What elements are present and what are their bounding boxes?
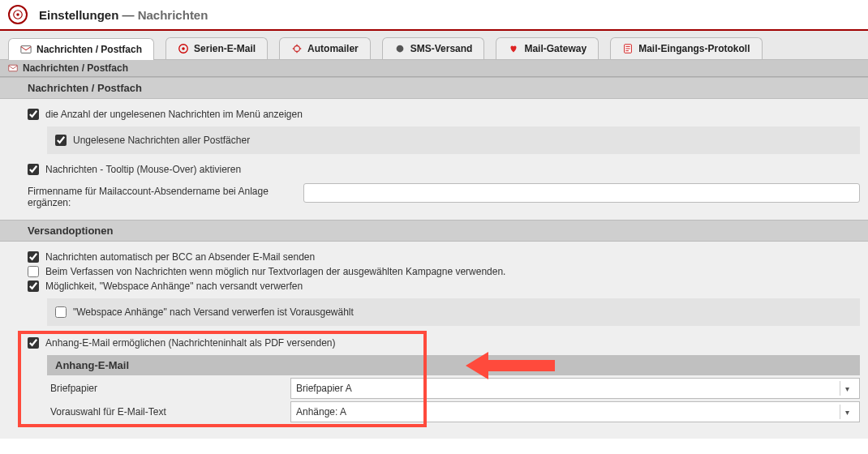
main-tabbar: Nachrichten / Postfach Serien-E-Mail Aut… <box>0 31 868 60</box>
opt-bcc-label: Nachrichten automatisch per BCC an Absen… <box>45 251 315 263</box>
opt-tooltip-row: Nachrichten - Tooltip (Mouse-Over) aktiv… <box>28 164 860 175</box>
tab-nachrichten-postfach[interactable]: Nachrichten / Postfach <box>8 38 154 60</box>
opt-unread-all-checkbox[interactable] <box>55 135 67 146</box>
pretext-value: Anhänge: A <box>296 406 346 418</box>
tab-label: Mail-Gateway <box>524 43 587 54</box>
section-postfach: Nachrichten / Postfach die Anzahl der un… <box>0 77 868 220</box>
sub-tabbar: Nachrichten / Postfach <box>0 60 868 77</box>
opt-campaign-checkbox[interactable] <box>28 266 39 277</box>
inner-section-title: Anhang-E-Mail <box>47 355 860 375</box>
opt-unread-menu-label: die Anzahl der ungelesenen Nachrichten i… <box>45 109 303 120</box>
svg-point-4 <box>182 47 185 50</box>
opt-webspace-preselect-label: "Webspace Anhänge" nach Versand verwerfe… <box>73 306 354 318</box>
opt-unread-menu-row: die Anzahl der ungelesenen Nachrichten i… <box>28 109 860 120</box>
tab-label: SMS-Versand <box>410 43 473 54</box>
opt-webspace-discard-row: Möglichkeit, "Webspace Anhänge" nach ver… <box>28 281 860 292</box>
opt-webspace-discard-checkbox[interactable] <box>28 281 39 292</box>
opt-campaign-label: Beim Verfassen von Nachrichten wenn mögl… <box>45 266 505 277</box>
tab-sms-versand[interactable]: SMS-Versand <box>382 37 485 59</box>
sub-block-webspace-preselect: "Webspace Anhänge" nach Versand verwerfe… <box>47 298 860 326</box>
sub-block-unread-all: Ungelesene Nachrichten aller Postfächer <box>47 126 860 154</box>
opt-attach-email-row: Anhang-E-Mail ermöglichen (Nachrichtenin… <box>28 337 860 349</box>
briefpapier-label: Briefpapier <box>47 378 290 399</box>
opt-tooltip-label: Nachrichten - Tooltip (Mouse-Over) aktiv… <box>45 164 241 175</box>
briefpapier-value: Briefpapier A <box>296 383 352 394</box>
pretext-select[interactable]: Anhänge: A ▾ <box>290 401 860 422</box>
opt-attach-email-checkbox[interactable] <box>28 337 39 349</box>
chevron-down-icon: ▾ <box>840 405 854 419</box>
briefpapier-select[interactable]: Briefpapier A ▾ <box>290 378 860 399</box>
opt-unread-menu-checkbox[interactable] <box>28 109 39 120</box>
envelope-icon <box>20 44 32 55</box>
opt-tooltip-checkbox[interactable] <box>28 164 39 175</box>
tab-automailer[interactable]: Automailer <box>279 37 371 59</box>
opt-attach-email-label: Anhang-E-Mail ermöglichen (Nachrichtenin… <box>45 337 336 349</box>
pretext-label: Vorauswahl für E-Mail-Text <box>47 401 290 422</box>
tab-label: Serien-E-Mail <box>194 43 256 54</box>
section-versandoptionen: Versandoptionen Nachrichten automatisch … <box>0 220 868 439</box>
tab-label: Mail-Eingangs-Protokoll <box>638 43 750 54</box>
page-header: Einstellungen — Nachrichten <box>0 0 868 31</box>
tab-serien-email[interactable]: Serien-E-Mail <box>165 37 268 59</box>
svg-rect-2 <box>21 46 31 54</box>
tab-label: Automailer <box>307 43 359 54</box>
tab-mail-gateway[interactable]: Mail-Gateway <box>496 37 599 59</box>
pretext-row: Vorauswahl für E-Mail-Text Anhänge: A ▾ <box>47 401 860 422</box>
tab-mail-eingangs-protokoll[interactable]: Mail-Eingangs-Protokoll <box>610 37 762 59</box>
company-name-row: Firmenname für Mailaccount-Absendername … <box>28 183 860 208</box>
chevron-down-icon: ▾ <box>840 381 854 396</box>
opt-bcc-row: Nachrichten automatisch per BCC an Absen… <box>28 251 860 263</box>
svg-point-1 <box>16 13 19 16</box>
envelope-red-icon <box>8 63 18 73</box>
heart-red-icon <box>508 43 519 54</box>
svg-rect-8 <box>9 65 18 71</box>
svg-point-5 <box>294 46 300 52</box>
doc-red-icon <box>622 43 634 54</box>
page-title: Einstellungen — Nachrichten <box>39 8 208 22</box>
section-title: Nachrichten / Postfach <box>0 77 868 99</box>
app-logo-icon <box>8 5 28 24</box>
opt-campaign-row: Beim Verfassen von Nachrichten wenn mögl… <box>28 266 860 277</box>
opt-webspace-preselect-checkbox[interactable] <box>55 306 67 318</box>
company-name-label: Firmenname für Mailaccount-Absendername … <box>28 183 303 208</box>
sub-tab-label: Nachrichten / Postfach <box>23 62 128 74</box>
company-name-input[interactable] <box>303 183 860 203</box>
tab-label: Nachrichten / Postfach <box>37 44 142 55</box>
at-red-icon <box>178 43 189 54</box>
opt-unread-all-label: Ungelesene Nachrichten aller Postfächer <box>73 135 250 146</box>
opt-webspace-discard-label: Möglichkeit, "Webspace Anhänge" nach ver… <box>45 281 303 292</box>
briefpapier-row: Briefpapier Briefpapier A ▾ <box>47 378 860 399</box>
section-title: Versandoptionen <box>0 220 868 242</box>
opt-bcc-checkbox[interactable] <box>28 251 39 263</box>
dot-gray-icon <box>394 43 406 54</box>
gear-red-icon <box>291 43 303 54</box>
svg-point-6 <box>396 45 403 53</box>
